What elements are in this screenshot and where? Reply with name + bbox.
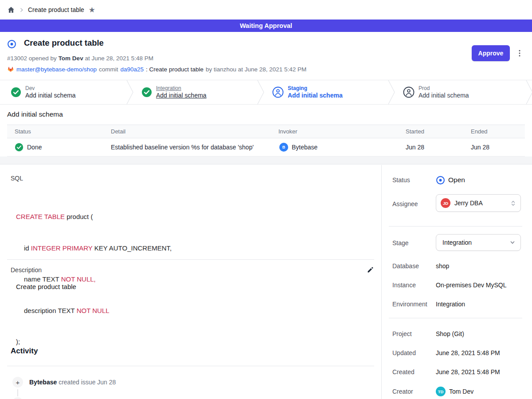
stage-name: Integration [442,239,509,246]
status-banner: Waiting Approval [0,20,532,32]
commit-author-time: by tianzhou at June 28, 2021 5:42 PM [206,66,306,73]
project-label: Project [392,330,412,337]
creator-name: Tom Dev [449,388,473,395]
updated-value: June 28, 2021 5:48 PM [436,349,500,356]
database-value: shop [436,262,449,270]
activity-next-icon [12,397,23,399]
stage-env-label: Dev [25,85,76,92]
open-status-icon [7,39,16,49]
stage-task-label: Add initial schema [156,92,207,100]
status-label: Status [392,176,410,184]
pipeline: Dev Add initial schema Integration Add i… [0,80,532,105]
home-icon[interactable] [7,6,15,14]
activity-action: created issue Jun 28 [59,379,116,386]
description-label: Description [11,266,42,274]
stage-separator [257,80,264,104]
stage-integration[interactable]: Integration Add initial schema [131,80,257,104]
commit-message: : Create product table [146,66,203,73]
breadcrumb: Create product table ★ [0,0,532,20]
check-circle-icon [141,87,152,98]
approve-button[interactable]: Approve [472,45,510,61]
assignee-label: Assignee [392,200,418,207]
issue-header: Create product table Approve #13002 open… [0,32,532,80]
divider [7,259,374,260]
updated-label: Updated [392,349,416,356]
favorite-star-icon[interactable]: ★ [89,6,95,14]
task-started: Jun 28 [406,144,471,151]
activity-heading: Activity [11,347,38,356]
activity-author: Bytebase [29,379,57,386]
divider [389,226,522,227]
activity-item: + Bytebase created issue Jun 28 [12,377,116,387]
commit-word: commit [99,66,118,73]
commit-line: master@bytebase-demo/shop commit da90a25… [7,66,306,73]
stage-task-label: Add initial schema [288,92,343,100]
assignee-select[interactable]: JD Jerry DBA [436,194,521,212]
open-status-icon [436,176,445,185]
stage-separator [126,80,133,104]
check-circle-icon [11,87,21,98]
stage-task-label: Add initial schema [25,92,76,100]
task-ended: Jun 28 [471,144,525,151]
issue-opened-time: at June 28, 2021 5:48 PM [85,55,153,62]
activity-timeline [17,389,18,396]
task-table-header: Status Detail Invoker Started Ended [7,125,525,138]
task-table: Status Detail Invoker Started Ended Done… [7,125,525,156]
stage-dev[interactable]: Dev Add initial schema [0,80,126,104]
more-actions-icon[interactable] [514,46,525,60]
sql-line: id INTEGER PRIMARY KEY AUTO_INCREMENT, [16,243,172,254]
col-status: Status [7,128,111,135]
person-circle-icon [403,86,415,98]
issue-title: Create product table [24,38,104,48]
database-label: Database [392,262,419,270]
created-value: June 28, 2021 5:48 PM [436,368,500,376]
invoker-avatar: B [279,143,288,152]
sql-code-block: CREATE TABLE product ( id INTEGER PRIMAR… [16,191,172,368]
status-banner-text: Waiting Approval [240,22,292,29]
divider [7,366,374,366]
stage-task-label: Add initial schema [419,92,469,100]
sql-line: CREATE TABLE product ( [16,211,172,222]
stage-separator [388,80,395,104]
assignee-avatar: JD [441,198,450,208]
edit-pencil-icon[interactable] [367,266,374,274]
col-detail: Detail [111,128,278,135]
sql-line: ); [16,336,172,347]
status-value: Open [448,176,465,184]
selector-icon [509,200,517,207]
stage-staging[interactable]: Staging Add initial schema [262,80,388,104]
issue-meta: #13002 opened by Tom Dev at June 28, 202… [7,55,153,62]
instance-value: On-premises Dev MySQL [436,282,506,289]
creator-avatar: TD [436,387,446,396]
sql-line: description TEXT NOT NULL [16,305,172,316]
description-header: Description [11,266,374,274]
col-ended: Ended [471,128,525,135]
chevron-down-icon [509,239,516,246]
task-section-heading: Add initial schema [7,110,63,118]
commit-hash-link[interactable]: da90a25 [121,66,144,73]
issue-sidebar: Status Open Assignee JD Jerry DBA Stage … [381,165,532,399]
task-section: Add initial schema Status Detail Invoker… [0,105,532,156]
environment-label: Environment [392,301,427,308]
commit-branch-link[interactable]: master@bytebase-demo/shop [16,66,97,73]
col-started: Started [406,128,471,135]
divider [389,318,522,318]
issue-number-text: #13002 opened by [7,55,57,62]
task-row[interactable]: Done Established baseline version %s for… [7,138,525,156]
breadcrumb-page-title: Create product table [28,6,84,13]
task-detail: Established baseline version %s for data… [111,144,278,151]
issue-author: Tom Dev [59,55,83,62]
plus-icon: + [12,377,23,387]
instance-label: Instance [392,282,416,289]
main-content: SQL CREATE TABLE product ( id INTEGER PR… [0,165,381,399]
gitlab-icon [7,66,14,73]
assignee-name: Jerry DBA [454,200,505,207]
stage-select[interactable]: Integration [436,234,521,251]
stage-env-label: Staging [288,85,343,92]
creator-label: Creator [392,388,413,395]
stage-env-label: Integration [156,85,207,92]
col-invoker: Invoker [278,128,406,135]
stage-prod[interactable]: Prod Add initial schema [392,80,519,104]
task-invoker: Bytebase [292,144,317,151]
done-check-icon [15,143,23,152]
